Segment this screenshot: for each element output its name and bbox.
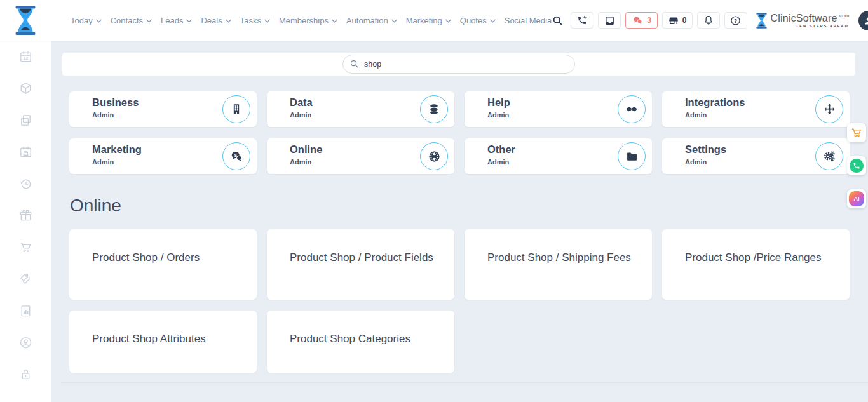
nav-item-social-media[interactable]: Social Media <box>505 16 552 25</box>
inbox-button[interactable] <box>598 12 621 29</box>
user-avatar[interactable] <box>858 11 868 30</box>
nav-item-label: Automation <box>346 16 388 25</box>
chevron-down-icon <box>490 19 496 23</box>
chat-dollar-icon: $ <box>230 150 243 163</box>
sidebar-item-account[interactable] <box>18 335 33 350</box>
notifications-button[interactable] <box>697 12 720 29</box>
nav-item-quotes[interactable]: Quotes <box>460 16 496 25</box>
sidebar-item-calendar[interactable]: 12 <box>18 50 33 64</box>
bell-icon <box>703 15 714 26</box>
admin-search-input[interactable] <box>342 55 575 74</box>
result-card-product-fields[interactable]: Product Shop / Product Fields <box>267 229 454 300</box>
history-icon <box>18 177 33 191</box>
category-card-other[interactable]: Other Admin <box>465 138 652 174</box>
calendar-icon: 12 <box>18 50 33 64</box>
move-icon <box>823 103 836 116</box>
sidebar-item-gift[interactable] <box>18 208 33 223</box>
nav-item-today[interactable]: Today <box>71 16 102 25</box>
sidebar-item-purchase-calendar[interactable] <box>18 145 33 159</box>
category-title: Settings <box>685 144 726 156</box>
category-title: Help <box>487 97 510 109</box>
floating-rail: AI <box>847 123 866 208</box>
sidebar-item-package[interactable] <box>18 81 33 96</box>
ai-icon: AI <box>849 191 864 206</box>
category-subtitle: Admin <box>92 111 114 119</box>
chevron-down-icon <box>332 19 337 23</box>
chat-count-badge: 3 <box>647 17 651 24</box>
category-card-marketing[interactable]: Marketing Admin $ <box>69 138 257 174</box>
sidebar-item-cart[interactable] <box>18 240 33 255</box>
gears-icon <box>822 149 836 163</box>
results-grid: Product Shop / Orders Product Shop / Pro… <box>69 229 850 373</box>
category-icon-circle <box>618 142 646 170</box>
sidebar-item-report[interactable] <box>18 304 33 318</box>
chevron-down-icon <box>96 19 102 23</box>
phone-button[interactable] <box>571 12 593 29</box>
result-card-price-ranges[interactable]: Product Shop /Price Ranges <box>662 229 850 300</box>
nav-item-automation[interactable]: Automation <box>346 16 397 25</box>
result-card-categories[interactable]: Product Shop Categories <box>267 311 454 373</box>
topbar: Today Contacts Leads Deals Tasks Members… <box>0 0 868 41</box>
help-button[interactable]: ? <box>724 12 747 29</box>
whatsapp-icon <box>850 159 864 173</box>
sidebar-item-copy[interactable] <box>18 113 33 128</box>
inbox-icon <box>604 15 615 26</box>
category-title: Marketing <box>92 144 142 156</box>
category-card-business[interactable]: Business Admin <box>69 91 257 127</box>
chevron-down-icon <box>264 19 270 23</box>
category-subtitle: Admin <box>685 158 707 166</box>
category-title: Other <box>487 144 515 156</box>
nav-item-deals[interactable]: Deals <box>201 16 231 25</box>
pos-button[interactable]: 0 <box>662 12 693 29</box>
brand-text: ClinicSoftware.com TEN STEPS AHEAD <box>771 13 849 28</box>
category-card-online[interactable]: Online Admin <box>267 138 454 174</box>
nav-item-memberships[interactable]: Memberships <box>279 16 337 25</box>
lock-icon <box>18 367 33 382</box>
chat-button[interactable]: 3 <box>625 12 658 29</box>
result-card-attributes[interactable]: Product Shop Attributes <box>69 311 257 373</box>
category-card-settings[interactable]: Settings Admin <box>662 138 850 174</box>
category-title: Online <box>290 144 322 156</box>
nav-item-label: Today <box>71 16 93 25</box>
nav-item-contacts[interactable]: Contacts <box>111 16 152 25</box>
result-card-orders[interactable]: Product Shop / Orders <box>69 229 257 300</box>
chevron-down-icon <box>146 19 152 23</box>
sidebar-item-history[interactable] <box>18 177 33 191</box>
nav-item-marketing[interactable]: Marketing <box>406 16 451 25</box>
category-subtitle: Admin <box>487 158 509 166</box>
main-content: Business Admin Data Admin Help Admin <box>51 41 868 402</box>
content-divider <box>60 382 868 383</box>
brand-logo[interactable]: ClinicSoftware.com TEN STEPS AHEAD <box>756 13 849 29</box>
sidebar-item-tags[interactable] <box>18 272 33 286</box>
svg-text:?: ? <box>734 17 737 23</box>
global-search-button[interactable] <box>552 15 564 27</box>
category-icon-circle <box>815 95 843 123</box>
cart-icon <box>18 240 33 255</box>
category-card-data[interactable]: Data Admin <box>267 91 454 127</box>
nav-item-label: Deals <box>201 16 222 25</box>
brand-name: ClinicSoftware <box>771 13 837 23</box>
nav-item-label: Quotes <box>460 16 487 25</box>
chat-bubbles-icon <box>632 15 644 26</box>
category-card-help[interactable]: Help Admin <box>465 91 652 127</box>
chevron-down-icon <box>186 19 192 23</box>
nav-item-label: Marketing <box>406 16 442 25</box>
cart-quick-button[interactable] <box>847 123 866 142</box>
ai-assistant-button[interactable]: AI <box>847 189 866 208</box>
nav-item-tasks[interactable]: Tasks <box>240 16 270 25</box>
result-title: Product Shop / Product Fields <box>290 251 433 264</box>
category-card-integrations[interactable]: Integrations Admin <box>662 91 850 127</box>
purchase-calendar-icon <box>18 145 33 159</box>
gift-icon <box>18 208 33 223</box>
category-subtitle: Admin <box>685 111 707 119</box>
result-card-shipping-fees[interactable]: Product Shop / Shipping Fees <box>465 229 652 300</box>
category-subtitle: Admin <box>487 111 509 119</box>
category-subtitle: Admin <box>290 158 311 166</box>
result-title: Product Shop / Shipping Fees <box>487 251 631 264</box>
whatsapp-button[interactable] <box>847 156 866 175</box>
nav-item-leads[interactable]: Leads <box>161 16 192 25</box>
app-logo[interactable] <box>13 6 38 35</box>
category-icon-circle <box>420 95 448 123</box>
category-icon-circle: $ <box>222 142 250 170</box>
sidebar-item-lock[interactable] <box>18 367 33 382</box>
